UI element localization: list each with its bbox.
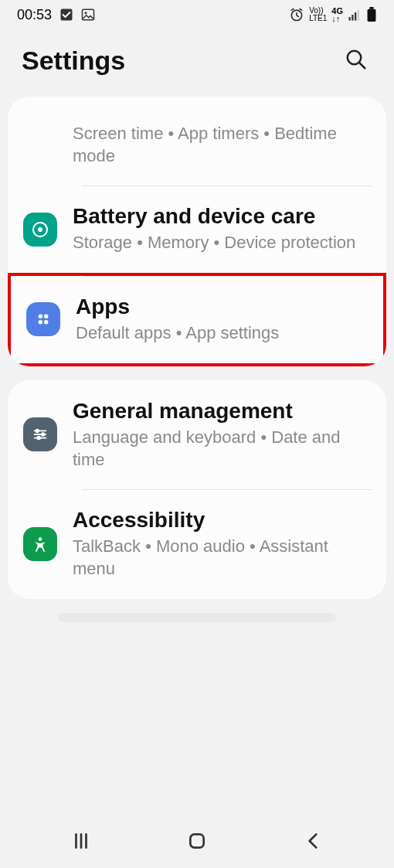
settings-group-2: General management Language and keyboard… [8, 380, 386, 599]
search-button[interactable] [340, 43, 372, 78]
settings-item-accessibility[interactable]: Accessibility TalkBack • Mono audio • As… [8, 489, 386, 598]
settings-item-battery-device-care[interactable]: Battery and device care Storage • Memory… [8, 186, 386, 273]
svg-rect-9 [368, 9, 376, 22]
volte-indicator: Vo)) LTE1 [309, 7, 327, 22]
status-time: 00:53 [17, 7, 52, 23]
status-bar: 00:53 Vo)) LTE1 4G ↓↑ [0, 0, 394, 29]
scroll-indicator [58, 613, 336, 622]
item-title: General management [73, 399, 372, 424]
svg-rect-8 [369, 7, 373, 9]
svg-point-12 [38, 227, 42, 232]
status-right: Vo)) LTE1 4G ↓↑ [289, 7, 377, 22]
svg-rect-21 [190, 834, 203, 847]
android-navbar [0, 815, 394, 868]
item-title: Apps [76, 294, 369, 319]
svg-rect-5 [352, 15, 353, 21]
home-icon [187, 842, 207, 853]
svg-point-15 [39, 320, 43, 325]
settings-item-apps[interactable]: Apps Default apps • App settings [8, 273, 386, 366]
settings-item-general-management[interactable]: General management Language and keyboard… [8, 380, 386, 489]
settings-group-1: Screen time • App timers • Bedtime mode … [8, 97, 386, 366]
item-subtitle: Default apps • App settings [76, 322, 369, 345]
back-icon [303, 842, 323, 853]
svg-point-14 [44, 315, 48, 319]
signal-icon [348, 8, 362, 22]
item-title: Battery and device care [73, 204, 372, 229]
svg-point-20 [39, 537, 42, 541]
svg-point-18 [42, 434, 45, 437]
item-subtitle: TalkBack • Mono audio • Assistant menu [73, 536, 372, 580]
apps-icon [26, 302, 60, 336]
battery-icon [366, 7, 377, 22]
item-subtitle: Screen time • App timers • Bedtime mode [73, 123, 372, 167]
nav-home-button[interactable] [168, 823, 226, 861]
svg-rect-6 [355, 12, 356, 21]
nav-recent-button[interactable] [53, 823, 110, 861]
device-care-icon [23, 213, 57, 247]
sliders-icon [23, 417, 57, 451]
settings-item-digital-wellbeing[interactable]: Screen time • App timers • Bedtime mode [8, 104, 386, 186]
network-gen: 4G ↓↑ [331, 7, 343, 22]
item-subtitle: Storage • Memory • Device protection [73, 232, 372, 254]
item-subtitle: Language and keyboard • Date and time [73, 427, 372, 471]
svg-point-17 [36, 430, 39, 433]
svg-point-16 [44, 320, 48, 325]
settings-header: Settings [0, 29, 394, 97]
accessibility-icon [23, 527, 57, 561]
image-icon [81, 8, 95, 22]
checkbox-icon [59, 8, 73, 22]
svg-point-2 [85, 12, 87, 14]
page-title: Settings [22, 46, 125, 76]
search-icon [345, 62, 368, 73]
svg-rect-4 [349, 17, 351, 21]
svg-point-13 [39, 315, 43, 319]
svg-point-19 [37, 437, 40, 440]
svg-rect-7 [358, 10, 359, 21]
alarm-icon [289, 7, 304, 22]
item-title: Accessibility [73, 508, 372, 533]
recent-icon [71, 842, 91, 853]
nav-back-button[interactable] [284, 823, 341, 861]
status-left: 00:53 [17, 7, 95, 23]
